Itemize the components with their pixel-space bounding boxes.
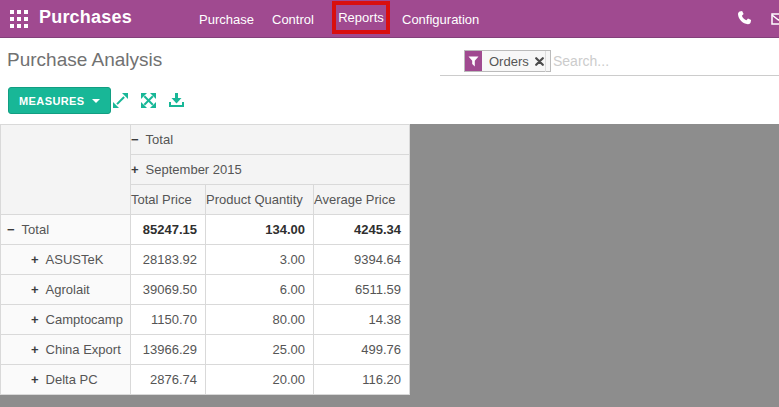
cell-value: 25.00 [206,335,314,365]
cell-value: 13966.29 [131,335,206,365]
app-title[interactable]: Purchases [39,7,132,28]
table-row-china-export: +China Export 13966.29 25.00 499.76 [1,335,410,365]
row-label: China Export [46,342,121,357]
apps-grid-icon[interactable] [10,10,28,28]
row-header-camptocamp[interactable]: +Camptocamp [1,305,131,335]
page-title: Purchase Analysis [7,49,162,71]
row-label: Camptocamp [46,312,123,327]
cell-value: 3.00 [206,245,314,275]
pivot-table-container: −Total +September 2015 Total Price Produ… [0,124,410,395]
cell-value: 499.76 [314,335,410,365]
measure-header-total-price[interactable]: Total Price [131,185,206,215]
table-row-camptocamp: +Camptocamp 1150.70 80.00 14.38 [1,305,410,335]
pivot-corner-cell [1,125,131,215]
expand-icon[interactable]: + [31,342,39,357]
caret-down-icon [92,99,100,103]
flip-axis-icon-button[interactable] [112,92,129,109]
download-icon-button[interactable] [168,92,185,109]
expand-icon[interactable]: + [31,252,39,267]
table-row-agrolait: +Agrolait 39069.50 6.00 6511.59 [1,275,410,305]
filter-icon [465,51,482,71]
cell-value: 28183.92 [131,245,206,275]
table-row-total: −Total 85247.15 134.00 4245.34 [1,215,410,245]
cell-value: 9394.64 [314,245,410,275]
measures-button[interactable]: MEASURES [8,87,111,114]
expand-icon[interactable]: + [131,162,139,177]
col-group-total-label: Total [146,132,173,147]
control-panel: Purchase Analysis Orders MEASURES [0,38,779,124]
envelope-icon[interactable] [771,11,779,23]
cell-value: 4245.34 [314,215,410,245]
cell-value: 6511.59 [314,275,410,305]
collapse-icon[interactable]: − [7,222,15,237]
cell-value: 80.00 [206,305,314,335]
row-label: ASUSTeK [46,252,104,267]
cell-value: 1150.70 [131,305,206,335]
facet-remove-icon[interactable] [535,51,550,71]
menu-control[interactable]: Control [272,12,314,27]
reports-highlight-box: Reports [332,1,390,34]
col-group-september-2015-label: September 2015 [146,162,242,177]
screen: Purchases Purchase Control Reports Confi… [0,0,779,407]
expand-all-icon-button[interactable] [140,92,157,109]
menu-reports[interactable]: Reports [338,10,384,25]
row-header-asustek[interactable]: +ASUSTeK [1,245,131,275]
cell-value: 6.00 [206,275,314,305]
expand-icon[interactable]: + [31,372,39,387]
collapse-icon[interactable]: − [131,132,139,147]
cell-value: 2876.74 [131,365,206,395]
table-row-delta-pc: +Delta PC 2876.74 20.00 116.20 [1,365,410,395]
top-navbar: Purchases Purchase Control Reports Confi… [0,0,779,38]
row-label: Delta PC [46,372,98,387]
measure-header-product-quantity[interactable]: Product Quantity [206,185,314,215]
row-label: Total [22,222,49,237]
search-facet-orders[interactable]: Orders [464,50,551,72]
cell-value: 116.20 [314,365,410,395]
cell-value: 134.00 [206,215,314,245]
cell-value: 20.00 [206,365,314,395]
measures-button-label: MEASURES [19,95,85,107]
search-underline [440,75,779,76]
search-input[interactable] [553,51,763,71]
row-header-agrolait[interactable]: +Agrolait [1,275,131,305]
pivot-table: −Total +September 2015 Total Price Produ… [0,124,410,395]
table-row-asustek: +ASUSTeK 28183.92 3.00 9394.64 [1,245,410,275]
row-header-china-export[interactable]: +China Export [1,335,131,365]
row-header-total[interactable]: −Total [1,215,131,245]
search-input-divider [545,51,546,72]
menu-purchase[interactable]: Purchase [199,12,254,27]
row-header-delta-pc[interactable]: +Delta PC [1,365,131,395]
expand-icon[interactable]: + [31,282,39,297]
cell-value: 85247.15 [131,215,206,245]
facet-label: Orders [482,51,535,71]
col-group-september-2015[interactable]: +September 2015 [131,155,410,185]
menu-configuration[interactable]: Configuration [402,12,479,27]
cell-value: 14.38 [314,305,410,335]
phone-icon[interactable] [736,10,752,26]
cell-value: 39069.50 [131,275,206,305]
row-label: Agrolait [46,282,90,297]
col-group-total[interactable]: −Total [131,125,410,155]
expand-icon[interactable]: + [31,312,39,327]
measure-header-average-price[interactable]: Average Price [314,185,410,215]
